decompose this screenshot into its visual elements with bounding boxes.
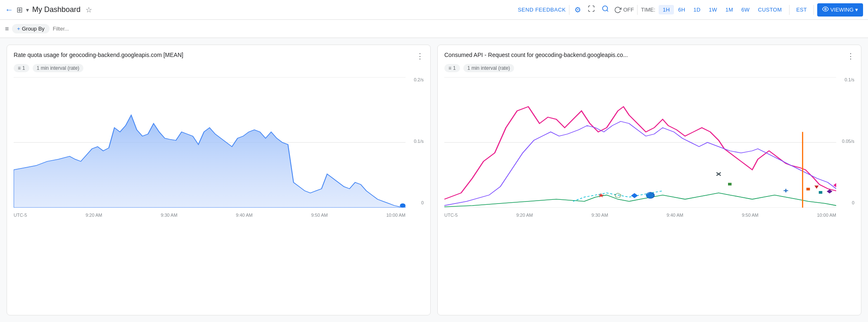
viewing-label: VIEWING [830, 7, 854, 13]
svg-text:◆: ◆ [631, 191, 638, 199]
group-by-button[interactable]: + Group By [12, 24, 50, 33]
divider4 [813, 5, 814, 15]
top-navigation: ← ⊞ ▾ My Dashboard ☆ SEND FEEDBACK ⚙ OFF… [0, 0, 868, 20]
time-label: TIME: [641, 7, 655, 13]
eye-icon [822, 6, 829, 14]
view-type-icon[interactable]: ⊞ [17, 5, 23, 14]
refresh-button[interactable]: OFF [614, 6, 634, 14]
search-icon[interactable] [600, 3, 611, 16]
viewing-button[interactable]: VIEWING ▾ [817, 3, 863, 17]
chart-title-1: Rate quota usage for geocoding-backend.g… [14, 52, 183, 58]
filter-input[interactable] [53, 26, 863, 32]
interval-label-2: 1 min interval (rate) [467, 65, 510, 71]
x-label-950-1: 9:50 AM [311, 213, 327, 218]
back-button[interactable]: ← [5, 5, 13, 14]
hamburger-menu-icon[interactable]: ≡ [5, 25, 9, 33]
y-label-mid-2: 0.05/s [842, 139, 854, 144]
filter-tag-1[interactable]: ≡ 1 [14, 64, 29, 72]
refresh-label: OFF [623, 7, 634, 13]
chart-card-2: Consumed API - Request count for geocodi… [437, 45, 861, 315]
time-6h[interactable]: 6H [674, 5, 689, 14]
chart-area-2: 0.1/s 0.05/s 0 [444, 77, 854, 218]
interval-tag-2[interactable]: 1 min interval (rate) [463, 64, 514, 72]
svg-text:■: ■ [728, 181, 732, 187]
svg-text:▼: ▼ [813, 184, 820, 189]
settings-icon[interactable]: ⚙ [573, 4, 583, 16]
svg-point-6 [400, 204, 406, 208]
timezone-button[interactable]: EST [793, 5, 810, 14]
svg-text:🔵: 🔵 [645, 192, 655, 199]
dropdown-arrow[interactable]: ▾ [26, 7, 29, 13]
x-label-950-2: 9:50 AM [742, 213, 758, 218]
more-options-icon-1[interactable]: ⋮ [416, 52, 424, 61]
svg-point-1 [825, 8, 826, 10]
svg-text:◆: ◆ [833, 182, 836, 187]
x-label-1000-1: 10:00 AM [387, 213, 406, 218]
filter-tag-count-1: 1 [22, 65, 25, 71]
x-label-940-2: 9:40 AM [666, 213, 683, 218]
time-1h[interactable]: 1H [659, 5, 674, 14]
x-label-920-1: 9:20 AM [85, 213, 102, 218]
x-axis-labels-2: UTC-5 9:20 AM 9:30 AM 9:40 AM 9:50 AM 10… [444, 208, 836, 218]
favorite-icon[interactable]: ☆ [85, 5, 92, 14]
card-tags-1: ≡ 1 1 min interval (rate) [14, 64, 424, 72]
x-label-utc-1: UTC-5 [14, 213, 27, 218]
chart-card-1: Rate quota usage for geocoding-backend.g… [7, 45, 431, 315]
svg-text:+: + [783, 187, 789, 194]
send-feedback-button[interactable]: SEND FEEDBACK [518, 7, 566, 13]
x-label-930-1: 9:30 AM [161, 213, 177, 218]
time-selector: 1H 6H 1D 1W 1M 6W CUSTOM [659, 5, 786, 14]
page-title: My Dashboard [32, 5, 81, 14]
x-axis-labels-1: UTC-5 9:20 AM 9:30 AM 9:40 AM 9:50 AM 10… [14, 208, 406, 218]
group-by-label: Group By [22, 26, 45, 32]
plus-icon: + [17, 26, 20, 32]
y-axis-labels-1: 0.2/s 0.1/s 0 [407, 77, 424, 205]
main-content: Rate quota usage for geocoding-backend.g… [0, 38, 868, 322]
y-label-bot-2: 0 [852, 200, 854, 205]
svg-text:■: ■ [806, 186, 811, 192]
svg-text:★: ★ [598, 192, 605, 199]
filter-bar: ≡ + Group By [0, 20, 868, 38]
divider2 [637, 5, 638, 15]
y-label-top-2: 0.1/s [844, 77, 854, 82]
divider3 [789, 5, 790, 15]
x-label-1000-2: 10:00 AM [817, 213, 836, 218]
time-1m[interactable]: 1M [721, 5, 738, 14]
svg-point-0 [602, 6, 607, 11]
svg-text:✕: ✕ [715, 171, 722, 178]
interval-label-1: 1 min interval (rate) [37, 65, 79, 71]
card-tags-2: ≡ 1 1 min interval (rate) [444, 64, 854, 72]
svg-marker-5 [14, 115, 406, 208]
y-axis-labels-2: 0.1/s 0.05/s 0 [838, 77, 854, 205]
time-1d[interactable]: 1D [689, 5, 704, 14]
y-label-top-1: 0.2/s [414, 77, 424, 82]
divider [569, 5, 569, 15]
y-label-bot-1: 0 [421, 200, 424, 205]
chart-area-1: 0.2/s 0.1/s 0 [14, 77, 424, 218]
filter-tag-2[interactable]: ≡ 1 [444, 64, 460, 72]
chart-title-2: Consumed API - Request count for geocodi… [444, 52, 628, 58]
filter-tag-icon-2: ≡ [448, 65, 451, 71]
interval-tag-1[interactable]: 1 min interval (rate) [33, 64, 83, 72]
x-label-940-1: 9:40 AM [236, 213, 252, 218]
filter-tag-count-2: 1 [453, 65, 456, 71]
viewing-dropdown-arrow[interactable]: ▾ [855, 7, 858, 13]
svg-text:⬠: ⬠ [614, 192, 621, 199]
x-label-930-2: 9:30 AM [591, 213, 608, 218]
svg-text:■: ■ [818, 189, 823, 195]
card-header-2: Consumed API - Request count for geocodi… [444, 52, 854, 61]
chart-svg-1 [14, 77, 406, 208]
x-label-utc-2: UTC-5 [444, 213, 458, 218]
card-header-1: Rate quota usage for geocoding-backend.g… [14, 52, 424, 61]
chart-svg-2: ★ ⬠ ◆ ✕ ■ + ■ ■ ▼ [444, 77, 836, 208]
svg-text:◆: ◆ [827, 188, 833, 194]
time-custom[interactable]: CUSTOM [754, 5, 786, 14]
fullscreen-icon[interactable] [586, 3, 597, 16]
time-6w[interactable]: 6W [737, 5, 754, 14]
x-label-920-2: 9:20 AM [516, 213, 533, 218]
more-options-icon-2[interactable]: ⋮ [847, 52, 854, 61]
y-label-mid-1: 0.1/s [414, 139, 424, 144]
time-1w[interactable]: 1W [705, 5, 721, 14]
filter-tag-icon-1: ≡ [18, 65, 21, 71]
